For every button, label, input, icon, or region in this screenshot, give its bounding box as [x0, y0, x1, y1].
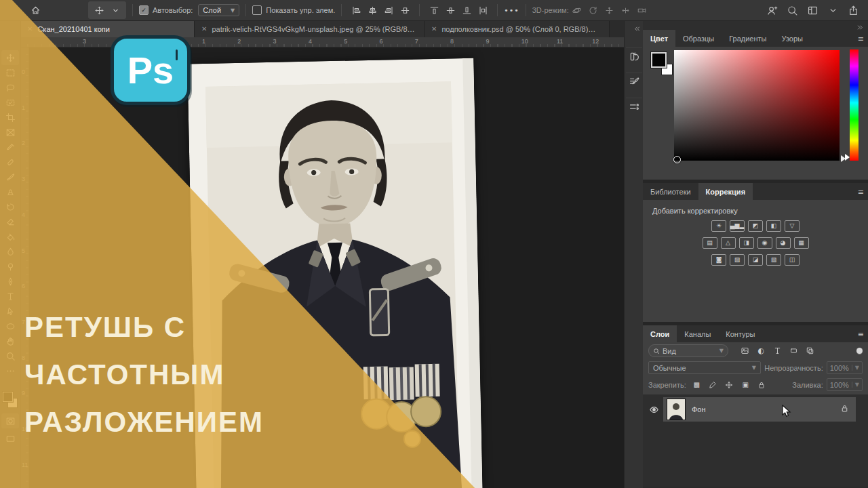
saturation-brightness-field[interactable] — [674, 50, 840, 161]
tab-patterns[interactable]: Узоры — [774, 30, 810, 47]
channel-mixer-icon[interactable]: ◕ — [776, 237, 791, 249]
smart-object-icon[interactable] — [804, 346, 815, 357]
invert-icon[interactable]: ◙ — [711, 254, 726, 266]
brush-icon[interactable] — [1, 169, 19, 184]
align-left-icon[interactable] — [348, 3, 364, 18]
type-layer-icon[interactable] — [772, 346, 783, 357]
dist-middle-icon[interactable] — [442, 3, 458, 18]
brush-settings-icon[interactable] — [626, 73, 642, 89]
posterize-icon[interactable]: ▨ — [730, 254, 745, 266]
move-icon[interactable] — [1, 50, 19, 65]
dist-vertical-icon[interactable] — [475, 3, 491, 18]
shape-layer-icon[interactable] — [788, 346, 799, 357]
screen-mode-icon[interactable] — [1, 431, 19, 446]
show-controls-checkbox[interactable] — [252, 5, 262, 15]
tab-gradients[interactable]: Градиенты — [722, 30, 774, 47]
adjustment-layer-icon[interactable]: ◐ — [755, 346, 766, 357]
align-center-v-icon[interactable] — [397, 3, 413, 18]
tab-paths[interactable]: Контуры — [718, 325, 762, 342]
object-selection-icon[interactable] — [1, 95, 19, 110]
panel-menu-icon[interactable]: ≡ — [858, 330, 864, 339]
slide-3d-icon[interactable] — [618, 3, 634, 18]
path-selection-icon[interactable] — [1, 304, 19, 319]
layer-filter-search[interactable]: Вид ▼ — [648, 344, 728, 357]
panel-menu-icon[interactable]: ≡ — [858, 188, 864, 197]
tab-podpolkovnik[interactable]: ✕ подполковник.psd @ 50% (Слой 0, RGB/8)… — [425, 20, 610, 37]
crop-icon[interactable] — [1, 110, 19, 125]
share-icon[interactable] — [845, 3, 861, 18]
visibility-eye-icon[interactable] — [646, 397, 662, 422]
collapse-left-icon[interactable] — [633, 23, 641, 35]
history-brush-icon[interactable] — [1, 199, 19, 214]
hue-slider[interactable] — [850, 49, 859, 161]
tab-layers[interactable]: Слои — [643, 325, 677, 342]
current-tool-move[interactable] — [88, 1, 126, 19]
tab-adjustments[interactable]: Коррекция — [698, 183, 753, 200]
photo-filter-icon[interactable]: ◉ — [757, 237, 772, 249]
workspace-icon[interactable] — [804, 3, 821, 18]
spot-healing-icon[interactable] — [1, 155, 19, 169]
quick-mask-icon[interactable] — [1, 413, 19, 428]
brightness-contrast-icon[interactable]: ☀ — [711, 220, 726, 232]
hue-pointer[interactable] — [845, 154, 850, 161]
gradient-map-icon[interactable]: ◫ — [785, 254, 800, 266]
edit-toolbar-icon[interactable] — [1, 363, 19, 378]
pan-3d-icon[interactable] — [601, 3, 618, 18]
fill-value[interactable]: 100%▼ — [827, 378, 863, 391]
vibrance-icon[interactable]: ▽ — [785, 220, 800, 232]
layer-row-background[interactable]: Фон — [663, 397, 856, 422]
tab-channels[interactable]: Каналы — [677, 325, 718, 342]
lock-icon[interactable] — [840, 403, 849, 415]
hue-saturation-icon[interactable]: ▤ — [703, 237, 717, 249]
tab-libraries[interactable]: Библиотеки — [643, 183, 698, 200]
lock-transparent-icon[interactable]: ▩ — [692, 380, 702, 390]
close-icon[interactable]: ✕ — [431, 25, 437, 33]
curves-icon[interactable]: ◩ — [748, 220, 763, 232]
marquee-icon[interactable] — [1, 65, 19, 80]
lock-position-icon[interactable] — [724, 380, 734, 390]
search-icon[interactable] — [784, 3, 800, 18]
blend-mode-dropdown[interactable]: Обычные▼ — [648, 361, 761, 374]
black-white-icon[interactable]: ◨ — [739, 237, 754, 249]
pen-icon[interactable] — [1, 274, 19, 289]
type-icon[interactable] — [1, 289, 19, 304]
filter-toggle-dot[interactable] — [856, 348, 863, 354]
align-right-icon[interactable] — [380, 3, 397, 18]
fg-bg-swatches[interactable] — [651, 52, 674, 77]
home-icon[interactable] — [27, 3, 43, 18]
lock-all-icon[interactable] — [757, 380, 767, 390]
lock-artboard-icon[interactable]: ▣ — [741, 380, 751, 390]
autoselect-checkbox[interactable]: ✓ — [139, 5, 149, 15]
dist-bottom-icon[interactable] — [458, 3, 475, 18]
levels-icon[interactable]: ▄▆▂ — [730, 220, 745, 232]
color-lookup-icon[interactable]: ▦ — [794, 237, 809, 249]
threshold-icon[interactable]: ◪ — [748, 254, 763, 266]
dodge-icon[interactable] — [1, 259, 19, 274]
more-options-icon[interactable]: ••• — [504, 6, 519, 15]
hand-icon[interactable] — [1, 333, 19, 348]
frame-icon[interactable] — [1, 125, 19, 140]
layer-thumbnail[interactable] — [667, 399, 685, 420]
selective-color-icon[interactable]: ▧ — [766, 254, 781, 266]
account-icon[interactable] — [764, 3, 780, 18]
foreground-color-swatch[interactable] — [651, 52, 667, 68]
camera-3d-icon[interactable] — [634, 3, 650, 18]
eraser-icon[interactable] — [1, 214, 19, 229]
panel-menu-icon[interactable]: ≡ — [858, 35, 864, 43]
color-swatches[interactable] — [3, 392, 18, 408]
tab-color[interactable]: Цвет — [643, 30, 675, 47]
opacity-value[interactable]: 100%▼ — [827, 361, 863, 374]
lasso-icon[interactable] — [1, 80, 19, 95]
close-icon[interactable]: ✕ — [27, 25, 33, 33]
chevron-down-icon[interactable] — [107, 3, 123, 18]
dist-top-icon[interactable] — [426, 3, 442, 18]
blur-icon[interactable] — [1, 244, 19, 259]
roll-3d-icon[interactable] — [585, 3, 601, 18]
exposure-icon[interactable]: ◧ — [766, 220, 781, 232]
ellipse-icon[interactable] — [1, 319, 19, 333]
orbit-3d-icon[interactable] — [569, 3, 585, 18]
lock-paint-icon[interactable] — [708, 380, 718, 390]
clone-stamp-icon[interactable] — [1, 184, 19, 199]
tab-swatches[interactable]: Образцы — [675, 30, 722, 47]
tab-patrik[interactable]: ✕ patrik-velich-RtVGS4vGkgM-unsplash.jpe… — [195, 20, 425, 37]
